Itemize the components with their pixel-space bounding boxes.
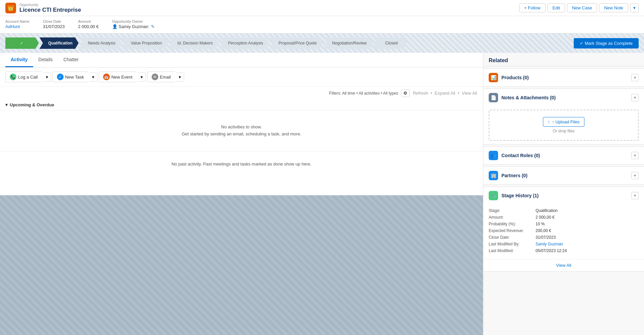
sh-row-last-modified-by: Last Modified By: Samiy Guzman [489, 242, 639, 246]
log-call-icon: 📞 [10, 74, 16, 80]
related-section-partners: 🏢 Partners (0) ▾ [483, 166, 644, 185]
left-panel: Activity Details Chatter 📞 Log a Call ▾ … [0, 53, 483, 335]
stage-item-qualification[interactable]: Qualification [39, 37, 79, 49]
owner-value[interactable]: Samiy Guzman [118, 24, 148, 29]
activity-body: ▾ Upcoming & Overdue No activities to sh… [0, 100, 483, 195]
email-icon: ✉ [152, 74, 158, 80]
sh-close-date-value: 31/07/2023 [536, 235, 639, 240]
stage-history-icon: 🔧 [489, 191, 498, 200]
related-section-contact-roles: 👥 Contact Roles (0) ▾ [483, 146, 644, 164]
sh-stage-value: Qualification [536, 208, 639, 213]
contact-roles-chevron-icon[interactable]: ▾ [631, 152, 639, 159]
amount-value: 2 000,00 € [78, 24, 98, 29]
notes-title: Notes & Attachments (0) [501, 95, 556, 100]
upload-files-label: ↑ Upload Files [552, 119, 579, 124]
activity-toolbar: 📞 Log a Call ▾ ✓ New Task ▾ 📅 New Event … [0, 68, 483, 87]
log-call-dropdown[interactable]: ▾ [43, 73, 51, 82]
sh-row-probability: Probability (%): 10 % [489, 222, 639, 226]
stage-history-view-all[interactable]: View All [483, 259, 644, 271]
stage-history-body: Stage: Qualification Amount: 2 000,00 € … [483, 204, 644, 259]
left-panel-content: Activity Details Chatter 📞 Log a Call ▾ … [0, 53, 483, 195]
tab-activity[interactable]: Activity [5, 53, 33, 67]
new-event-dropdown[interactable]: ▾ [138, 73, 146, 82]
owner-edit-icon[interactable]: ✎ [151, 24, 155, 29]
upload-icon: ↑ [548, 119, 550, 124]
no-activities-line2: Get started by sending an email, schedul… [7, 131, 476, 138]
upload-files-button[interactable]: ↑ ↑ Upload Files [543, 117, 585, 127]
email-label: Email [160, 75, 171, 80]
view-all-link[interactable]: View All [462, 91, 477, 96]
stage-history-chevron-icon[interactable]: ▾ [631, 192, 639, 199]
refresh-link[interactable]: Refresh [413, 91, 428, 96]
close-date-field: Close Date 31/07/2023 [43, 19, 65, 29]
contact-roles-icon: 👥 [489, 151, 498, 160]
mark-stage-complete-button[interactable]: ✓ Mark Stage as Complete [574, 38, 639, 48]
tab-details[interactable]: Details [33, 53, 58, 67]
filter-gear-button[interactable]: ⚙ [401, 89, 410, 97]
no-activities-block: No activities to show. Get started by se… [0, 110, 483, 151]
new-task-label: New Task [65, 75, 84, 80]
new-event-button[interactable]: 📅 New Event [99, 72, 137, 82]
tabs: Activity Details Chatter [0, 53, 483, 68]
new-task-icon: ✓ [57, 74, 64, 80]
sh-amount-label: Amount: [489, 215, 536, 220]
stage-item-perception-analysis[interactable]: Perception Analysis [219, 37, 269, 49]
expand-all-link[interactable]: Expand All [435, 91, 455, 96]
log-a-call-button[interactable]: 📞 Log a Call [5, 72, 42, 82]
stage-item-id-decision-makers[interactable]: Id. Decision Makers [169, 37, 219, 49]
sh-expected-revenue-label: Expected Revenue: [489, 228, 536, 233]
app-subtitle: Opportunity [19, 3, 81, 7]
owner-label: Opportunity Owner [112, 19, 155, 23]
log-call-label: Log a Call [18, 75, 38, 80]
upload-area: ↑ ↑ Upload Files Or drop files [489, 110, 639, 141]
amount-field: Amount 2 000,00 € [78, 19, 98, 29]
stage-item-value-proposition[interactable]: Value Proposition [122, 37, 168, 49]
upcoming-overdue-header[interactable]: ▾ Upcoming & Overdue [0, 100, 483, 110]
more-actions-button[interactable]: ▾ [630, 3, 639, 12]
contact-roles-section-header[interactable]: 👥 Contact Roles (0) ▾ [483, 147, 644, 164]
new-case-button[interactable]: New Case [567, 3, 597, 12]
related-section-products: 📊 Products (0) ▾ [483, 69, 644, 87]
stage-item-completed[interactable]: ✓ [5, 37, 39, 49]
contact-roles-title: Contact Roles (0) [501, 153, 540, 158]
partners-chevron-icon[interactable]: ▾ [631, 172, 639, 179]
sh-last-modified-value: 05/07/2023 12:24 [536, 248, 639, 253]
partners-section-header[interactable]: 🏢 Partners (0) ▾ [483, 167, 644, 184]
stage-item-negotiation-review[interactable]: Negotiation/Review [323, 37, 373, 49]
new-task-dropdown[interactable]: ▾ [89, 73, 97, 82]
sh-amount-value: 2 000,00 € [536, 215, 639, 220]
new-task-button[interactable]: ✓ New Task [53, 72, 88, 82]
stage-bar: ✓ Qualification Needs Analysis Value Pro… [0, 33, 644, 53]
stage-history-section-header[interactable]: 🔧 Stage History (1) ▾ [483, 187, 644, 204]
owner-field: Opportunity Owner 👤 Samiy Guzman ✎ [112, 19, 155, 29]
email-dropdown[interactable]: ▾ [176, 73, 184, 82]
close-date-label: Close Date [43, 19, 65, 23]
products-chevron-icon[interactable]: ▾ [631, 74, 639, 81]
email-button[interactable]: ✉ Email [147, 72, 175, 82]
notes-section-header[interactable]: 📄 Notes & Attachments (0) ▾ [483, 89, 644, 106]
new-note-button[interactable]: New Note [599, 3, 628, 12]
no-past-activity-text: No past activity. Past meetings and task… [7, 161, 476, 166]
follow-button[interactable]: + Follow [519, 3, 546, 12]
sh-expected-revenue-value: 200,00 € [536, 228, 639, 233]
sh-last-modified-label: Last Modified: [489, 248, 536, 253]
filters-bar: Filters: All time • All activities • All… [0, 87, 483, 100]
stage-item-proposal-price-quote[interactable]: Proposal/Price Quote [270, 37, 323, 49]
sh-row-expected-revenue: Expected Revenue: 200,00 € [489, 228, 639, 233]
edit-button[interactable]: Edit [548, 3, 565, 12]
partners-icon: 🏢 [489, 171, 498, 180]
amount-label: Amount [78, 19, 98, 23]
sh-close-date-label: Close Date: [489, 235, 536, 240]
sh-stage-label: Stage: [489, 208, 536, 213]
filters-text: Filters: All time • All activities • All… [329, 91, 398, 96]
products-section-header[interactable]: 📊 Products (0) ▾ [483, 69, 644, 86]
partners-title: Partners (0) [501, 173, 528, 178]
sh-last-modified-by-value[interactable]: Samiy Guzman [536, 242, 639, 246]
account-name-field: Account Name AdHunt [5, 19, 29, 29]
notes-chevron-icon[interactable]: ▾ [631, 94, 639, 101]
tab-chatter[interactable]: Chatter [58, 53, 84, 67]
account-name-value[interactable]: AdHunt [5, 24, 20, 29]
stage-item-closed[interactable]: Closed [373, 37, 407, 49]
stage-item-needs-analysis[interactable]: Needs Analysis [79, 37, 122, 49]
products-title: Products (0) [501, 75, 529, 80]
